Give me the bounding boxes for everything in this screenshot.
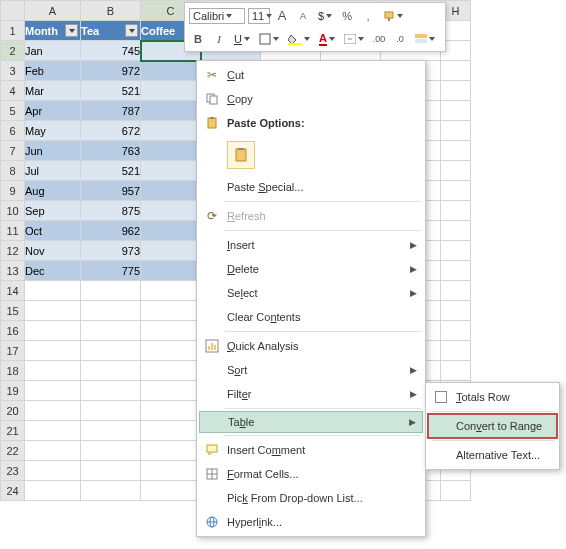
row-header[interactable]: 13	[1, 261, 25, 281]
cell[interactable]	[141, 221, 201, 241]
row-header[interactable]: 15	[1, 301, 25, 321]
cell[interactable]: Apr	[25, 101, 81, 121]
cell[interactable]	[141, 261, 201, 281]
cell[interactable]: Jan	[25, 41, 81, 61]
row-header[interactable]: 4	[1, 81, 25, 101]
row-header[interactable]: 11	[1, 221, 25, 241]
row-header[interactable]: 9	[1, 181, 25, 201]
menu-pick-dropdown[interactable]: Pick From Drop-down List...	[199, 486, 423, 510]
cell[interactable]: 521	[81, 161, 141, 181]
cell[interactable]	[141, 121, 201, 141]
cell[interactable]: Dec	[25, 261, 81, 281]
row-header[interactable]: 10	[1, 201, 25, 221]
row-header[interactable]: 12	[1, 241, 25, 261]
row-header[interactable]: 18	[1, 361, 25, 381]
decrease-font-icon[interactable]: A	[294, 7, 312, 25]
cell[interactable]: 672	[81, 121, 141, 141]
cell[interactable]	[141, 241, 201, 261]
row-header[interactable]: 5	[1, 101, 25, 121]
cell[interactable]: 962	[81, 221, 141, 241]
cell[interactable]: 972	[81, 61, 141, 81]
col-header-b[interactable]: B	[81, 1, 141, 21]
cell[interactable]: 745	[81, 41, 141, 61]
decrease-decimal-icon[interactable]: .0	[391, 30, 409, 48]
filter-dropdown-icon[interactable]	[125, 24, 138, 37]
cell[interactable]: Feb	[25, 61, 81, 81]
accounting-format-button[interactable]: $	[315, 8, 335, 24]
col-header-a[interactable]: A	[25, 1, 81, 21]
menu-sort[interactable]: Sort▶	[199, 358, 423, 382]
cell[interactable]	[141, 61, 201, 81]
cell[interactable]: Jun	[25, 141, 81, 161]
menu-filter[interactable]: Filter▶	[199, 382, 423, 406]
row-header[interactable]: 8	[1, 161, 25, 181]
cell[interactable]	[141, 181, 201, 201]
cell[interactable]	[141, 81, 201, 101]
row-header[interactable]: 6	[1, 121, 25, 141]
row-header[interactable]: 3	[1, 61, 25, 81]
menu-format-cells[interactable]: Format Cells...	[199, 462, 423, 486]
row-header[interactable]: 2	[1, 41, 25, 61]
cell[interactable]: 973	[81, 241, 141, 261]
menu-insert-comment[interactable]: Insert Comment	[199, 438, 423, 462]
table-header-month[interactable]: Month	[25, 21, 81, 41]
cell[interactable]	[141, 201, 201, 221]
cell[interactable]: 763	[81, 141, 141, 161]
merge-center-button[interactable]	[341, 32, 367, 46]
row-header[interactable]: 23	[1, 461, 25, 481]
submenu-convert-to-range[interactable]: Convert to Range	[428, 414, 557, 438]
row-header[interactable]: 16	[1, 321, 25, 341]
row-header[interactable]: 20	[1, 401, 25, 421]
row-header[interactable]: 19	[1, 381, 25, 401]
cell[interactable]	[141, 141, 201, 161]
row-header[interactable]: 17	[1, 341, 25, 361]
underline-button[interactable]: U	[231, 31, 253, 47]
fill-color-button[interactable]	[285, 31, 313, 47]
increase-decimal-icon[interactable]: .00	[370, 30, 388, 48]
menu-select[interactable]: Select▶	[199, 281, 423, 305]
table-header-tea[interactable]: Tea	[81, 21, 141, 41]
menu-cut[interactable]: ✂Cut	[199, 63, 423, 87]
font-name-select[interactable]: Calibri	[189, 8, 245, 24]
percent-format-button[interactable]: %	[338, 7, 356, 25]
row-header[interactable]: 7	[1, 141, 25, 161]
menu-paste-special[interactable]: Paste Special...	[199, 175, 423, 199]
cell[interactable]: 787	[81, 101, 141, 121]
cell[interactable]: Nov	[25, 241, 81, 261]
cell[interactable]: May	[25, 121, 81, 141]
menu-delete[interactable]: Delete▶	[199, 257, 423, 281]
menu-insert[interactable]: Insert▶	[199, 233, 423, 257]
menu-clear-contents[interactable]: Clear Contents	[199, 305, 423, 329]
cell[interactable]: 875	[81, 201, 141, 221]
row-header[interactable]: 21	[1, 421, 25, 441]
font-color-button[interactable]: A	[316, 30, 338, 48]
row-header[interactable]: 24	[1, 481, 25, 501]
submenu-alternative-text[interactable]: Alternative Text...	[428, 443, 557, 467]
comma-format-button[interactable]: ,	[359, 7, 377, 25]
cell[interactable]: Sep	[25, 201, 81, 221]
menu-table[interactable]: Table▶	[199, 411, 423, 433]
cell[interactable]: Oct	[25, 221, 81, 241]
row-header[interactable]: 22	[1, 441, 25, 461]
corner-cell[interactable]	[1, 1, 25, 21]
font-size-select[interactable]: 11	[248, 8, 270, 24]
border-button[interactable]	[256, 31, 282, 47]
cell[interactable]: 521	[81, 81, 141, 101]
cell[interactable]: Jul	[25, 161, 81, 181]
cell[interactable]: Aug	[25, 181, 81, 201]
cell[interactable]	[141, 101, 201, 121]
submenu-totals-row[interactable]: Totals Row	[428, 385, 557, 409]
increase-font-icon[interactable]: A	[273, 7, 291, 25]
cell[interactable]	[141, 161, 201, 181]
menu-hyperlink[interactable]: Hyperlink...	[199, 510, 423, 534]
filter-dropdown-icon[interactable]	[65, 24, 78, 37]
bold-button[interactable]: B	[189, 30, 207, 48]
format-painter-icon[interactable]	[380, 8, 406, 24]
menu-quick-analysis[interactable]: Quick Analysis	[199, 334, 423, 358]
cell[interactable]: 957	[81, 181, 141, 201]
paste-default-button[interactable]	[227, 141, 255, 169]
cell[interactable]: 775	[81, 261, 141, 281]
row-header[interactable]: 14	[1, 281, 25, 301]
menu-copy[interactable]: Copy	[199, 87, 423, 111]
cell[interactable]: Mar	[25, 81, 81, 101]
